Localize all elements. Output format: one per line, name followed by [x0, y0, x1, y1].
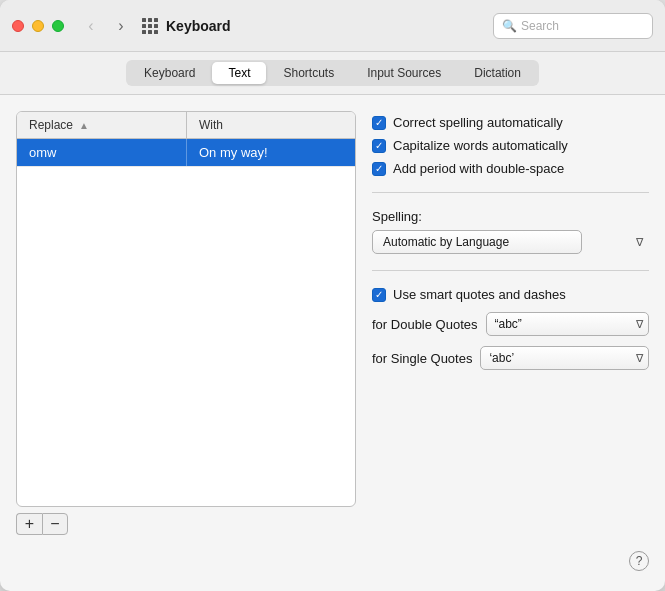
add-row-button[interactable]: + — [16, 513, 42, 535]
tab-keyboard[interactable]: Keyboard — [128, 62, 211, 84]
spelling-label: Spelling: — [372, 209, 649, 224]
sort-arrow-icon: ▲ — [79, 120, 89, 131]
tabs-bar: Keyboard Text Shortcuts Input Sources Di… — [0, 52, 665, 95]
table-toolbar: + − — [16, 513, 356, 535]
tab-group: Keyboard Text Shortcuts Input Sources Di… — [126, 60, 539, 86]
smart-quotes-checkbox[interactable]: ✓ — [372, 288, 386, 302]
single-quotes-select[interactable]: ‘abc’ — [480, 346, 649, 370]
spelling-select-container: Automatic by Language English (US) Engli… — [372, 230, 649, 254]
nav-buttons: ‹ › — [78, 17, 134, 35]
single-quotes-label: for Single Quotes — [372, 351, 472, 366]
divider-1 — [372, 192, 649, 193]
tab-text[interactable]: Text — [212, 62, 266, 84]
search-box: 🔍 — [493, 13, 653, 39]
correct-spelling-label: Correct spelling automatically — [393, 115, 563, 130]
apps-grid-icon[interactable] — [142, 18, 158, 34]
divider-2 — [372, 270, 649, 271]
titlebar: ‹ › Keyboard 🔍 — [0, 0, 665, 52]
capitalize-words-label: Capitalize words automatically — [393, 138, 568, 153]
col-replace-header: Replace ▲ — [17, 112, 187, 138]
spelling-section: Spelling: Automatic by Language English … — [372, 209, 649, 254]
double-quotes-label: for Double Quotes — [372, 317, 478, 332]
maximize-button[interactable] — [52, 20, 64, 32]
single-quotes-row: for Single Quotes ‘abc’ ∇ — [372, 346, 649, 370]
right-panel: ✓ Correct spelling automatically ✓ Capit… — [372, 111, 649, 535]
forward-button[interactable]: › — [108, 17, 134, 35]
spell-options: ✓ Correct spelling automatically ✓ Capit… — [372, 115, 649, 176]
double-quotes-row: for Double Quotes “abc” ∇ — [372, 312, 649, 336]
correct-spelling-checkbox[interactable]: ✓ — [372, 116, 386, 130]
double-quotes-select-container: “abc” ∇ — [486, 312, 649, 336]
smart-quotes-option[interactable]: ✓ Use smart quotes and dashes — [372, 287, 649, 302]
cell-with: On my way! — [187, 139, 355, 166]
quotes-section: ✓ Use smart quotes and dashes for Double… — [372, 287, 649, 370]
add-period-label: Add period with double-space — [393, 161, 564, 176]
tab-dictation[interactable]: Dictation — [458, 62, 537, 84]
single-quotes-select-container: ‘abc’ ∇ — [480, 346, 649, 370]
text-substitution-table: Replace ▲ With omw On my way! — [16, 111, 356, 507]
table-header: Replace ▲ With — [17, 112, 355, 139]
cell-replace: omw — [17, 139, 187, 166]
search-icon: 🔍 — [502, 19, 517, 33]
double-quotes-select[interactable]: “abc” — [486, 312, 649, 336]
minimize-button[interactable] — [32, 20, 44, 32]
tab-shortcuts[interactable]: Shortcuts — [267, 62, 350, 84]
spelling-select[interactable]: Automatic by Language English (US) Engli… — [372, 230, 582, 254]
window-title: Keyboard — [166, 18, 231, 34]
capitalize-words-checkbox[interactable]: ✓ — [372, 139, 386, 153]
tab-input-sources[interactable]: Input Sources — [351, 62, 457, 84]
bottom-area: ? — [0, 551, 665, 591]
search-input[interactable] — [521, 19, 644, 33]
window: ‹ › Keyboard 🔍 Keyboard Text Shortcuts I… — [0, 0, 665, 591]
smart-quotes-label: Use smart quotes and dashes — [393, 287, 566, 302]
add-period-option[interactable]: ✓ Add period with double-space — [372, 161, 649, 176]
spelling-select-arrow-icon: ∇ — [636, 236, 643, 249]
col-with-header: With — [187, 112, 355, 138]
help-button[interactable]: ? — [629, 551, 649, 571]
table-row[interactable]: omw On my way! — [17, 139, 355, 167]
correct-spelling-option[interactable]: ✓ Correct spelling automatically — [372, 115, 649, 130]
close-button[interactable] — [12, 20, 24, 32]
capitalize-words-option[interactable]: ✓ Capitalize words automatically — [372, 138, 649, 153]
add-period-checkbox[interactable]: ✓ — [372, 162, 386, 176]
left-panel: Replace ▲ With omw On my way! + − — [16, 111, 356, 535]
back-button[interactable]: ‹ — [78, 17, 104, 35]
content-area: Replace ▲ With omw On my way! + − — [0, 95, 665, 551]
remove-row-button[interactable]: − — [42, 513, 68, 535]
traffic-lights — [12, 20, 64, 32]
